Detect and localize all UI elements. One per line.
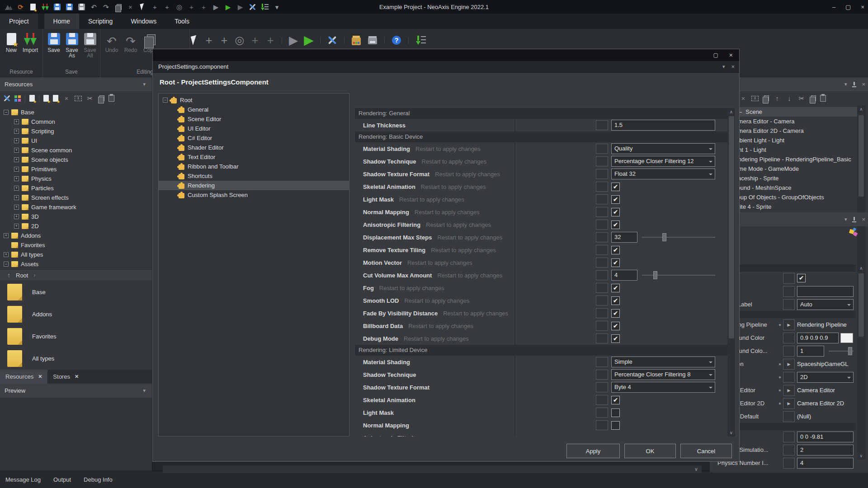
reset-default-button[interactable] bbox=[596, 296, 608, 305]
orbit-tool-icon[interactable]: ◎ bbox=[236, 36, 244, 44]
column-splitter[interactable] bbox=[514, 419, 515, 432]
resources-tree-item-favorites[interactable]: –Favorites bbox=[0, 240, 152, 250]
toolbox-icon[interactable] bbox=[328, 36, 337, 45]
resources-tree-item-base[interactable]: –Base bbox=[0, 108, 152, 117]
copy-icon[interactable] bbox=[811, 95, 816, 101]
number-input[interactable]: 32 bbox=[611, 232, 637, 243]
refresh-icon[interactable]: ⟳ bbox=[17, 3, 24, 11]
delete-object-icon[interactable]: × bbox=[739, 94, 747, 103]
menu-item-home[interactable]: Home bbox=[44, 14, 79, 29]
reset-default-button[interactable] bbox=[783, 299, 795, 310]
column-splitter[interactable] bbox=[514, 206, 515, 218]
up-arrow-icon[interactable]: ↑ bbox=[7, 272, 10, 279]
slider-thumb[interactable] bbox=[662, 233, 666, 241]
text-input[interactable]: 1.5 bbox=[611, 120, 715, 131]
delete-icon[interactable]: × bbox=[127, 3, 134, 11]
pin-icon[interactable] bbox=[852, 81, 856, 87]
expand-icon[interactable]: + bbox=[14, 214, 19, 219]
move-tool-icon[interactable]: + bbox=[151, 3, 159, 11]
tab-close-icon[interactable]: ✕ bbox=[38, 374, 42, 380]
column-splitter[interactable] bbox=[514, 244, 515, 256]
reset-default-button[interactable] bbox=[596, 382, 608, 392]
expand-icon[interactable]: + bbox=[14, 138, 19, 143]
apply-button[interactable]: Apply bbox=[566, 444, 620, 458]
horizontal-scrollbar[interactable]: ∨ bbox=[163, 465, 702, 473]
reset-default-button[interactable] bbox=[783, 346, 795, 357]
resources-tree-item-3d[interactable]: +3D bbox=[0, 212, 152, 221]
settings-tools-icon[interactable] bbox=[4, 95, 10, 102]
rotate-tool-icon[interactable]: + bbox=[220, 36, 228, 44]
objects-scrollbar[interactable]: ∧ ∨ bbox=[857, 105, 865, 287]
scrollbar-thumb[interactable] bbox=[859, 273, 864, 337]
run-project-icon[interactable]: ▶ bbox=[305, 36, 313, 44]
maximize-button[interactable]: ▢ bbox=[845, 4, 851, 10]
paste-icon[interactable] bbox=[820, 95, 826, 102]
dialog-document-bar[interactable]: ProjectSettings.component ▾ × bbox=[153, 61, 739, 73]
text-input[interactable]: 4 bbox=[797, 458, 854, 469]
checkbox[interactable]: ✔ bbox=[611, 258, 620, 267]
dropdown[interactable]: Float 32 bbox=[611, 169, 715, 179]
settings-tree-item-rendering[interactable]: Rendering bbox=[159, 181, 349, 190]
checkbox[interactable]: ✔ bbox=[611, 322, 620, 330]
save-icon[interactable] bbox=[54, 4, 61, 10]
expand-icon[interactable]: + bbox=[14, 195, 19, 200]
color-swatch[interactable] bbox=[840, 333, 853, 343]
scroll-up-icon[interactable]: ∧ bbox=[857, 266, 865, 271]
save-as-button[interactable]: Save As bbox=[64, 32, 80, 58]
sort-order-icon[interactable] bbox=[261, 4, 269, 10]
settings-tree-item-ui-editor[interactable]: UI Editor bbox=[159, 124, 349, 133]
reset-default-button[interactable] bbox=[596, 357, 608, 367]
column-splitter[interactable] bbox=[514, 307, 515, 319]
chevron-down-icon[interactable]: ▾ bbox=[722, 64, 725, 70]
checkbox[interactable]: ✔ bbox=[611, 309, 620, 318]
reset-default-button[interactable] bbox=[783, 432, 795, 442]
column-splitter[interactable] bbox=[514, 319, 515, 332]
copy-icon[interactable] bbox=[99, 95, 104, 101]
resources-tree-item-scene-common[interactable]: +Scene common bbox=[0, 145, 152, 155]
move-down-icon[interactable]: ↓ bbox=[785, 94, 793, 103]
column-splitter[interactable] bbox=[514, 168, 515, 180]
dropdown[interactable]: Percentage Closer Filtering 8 bbox=[611, 369, 715, 380]
breadcrumb-root[interactable]: Root bbox=[16, 272, 28, 279]
close-button[interactable]: × bbox=[861, 4, 864, 10]
column-splitter[interactable] bbox=[514, 231, 515, 244]
column-splitter[interactable] bbox=[514, 381, 515, 394]
expand-reference-button[interactable]: ▶ bbox=[783, 359, 795, 370]
reset-default-button[interactable] bbox=[596, 258, 608, 267]
settings-tree-item-custom-splash-screen[interactable]: Custom Splash Screen bbox=[159, 190, 349, 200]
reset-default-button[interactable] bbox=[596, 270, 608, 280]
column-splitter[interactable] bbox=[514, 394, 515, 406]
dropdown[interactable]: 2D bbox=[797, 372, 854, 383]
reset-default-button[interactable] bbox=[783, 333, 795, 343]
expand-icon[interactable]: + bbox=[14, 157, 19, 162]
slider-thumb[interactable] bbox=[653, 271, 657, 279]
menu-item-project[interactable]: Project bbox=[0, 14, 38, 29]
settings-tree-item-text-editor[interactable]: Text Editor bbox=[159, 152, 349, 162]
resources-tree-item-ui[interactable]: +UI bbox=[0, 136, 152, 145]
dropdown[interactable]: Byte 4 bbox=[611, 382, 715, 393]
checkbox[interactable]: ✔ bbox=[611, 284, 620, 292]
import-icon[interactable] bbox=[42, 4, 49, 10]
resources-tree-item-game-framework[interactable]: +Game framework bbox=[0, 202, 152, 212]
chevron-down-icon[interactable]: ▾ bbox=[844, 216, 847, 222]
stores-icon[interactable] bbox=[368, 38, 377, 44]
filter-types-icon[interactable] bbox=[14, 95, 21, 102]
reset-default-button[interactable] bbox=[783, 372, 795, 383]
column-splitter[interactable] bbox=[514, 294, 515, 307]
reset-default-button[interactable] bbox=[596, 370, 608, 380]
play-scene-icon[interactable]: ▶ bbox=[212, 3, 220, 11]
checkbox[interactable] bbox=[611, 408, 620, 417]
status-tab-message-log[interactable]: Message Log bbox=[5, 476, 41, 483]
column-splitter[interactable] bbox=[514, 193, 515, 206]
expand-reference-button[interactable]: ▶ bbox=[783, 319, 795, 330]
close-icon[interactable]: × bbox=[862, 216, 865, 223]
ok-button[interactable]: OK bbox=[624, 444, 676, 458]
checkbox[interactable]: ✔ bbox=[611, 208, 620, 216]
tab-stores[interactable]: Stores✕ bbox=[47, 370, 84, 384]
paste-icon[interactable] bbox=[108, 95, 114, 102]
color-value-input[interactable]: 0.9 0.9 0.9 bbox=[797, 333, 839, 343]
number-input[interactable]: 4 bbox=[611, 270, 637, 281]
dialog-close-button[interactable]: × bbox=[729, 52, 733, 59]
column-splitter[interactable] bbox=[514, 332, 515, 345]
settings-tree-item-scene-editor[interactable]: Scene Editor bbox=[159, 114, 349, 124]
